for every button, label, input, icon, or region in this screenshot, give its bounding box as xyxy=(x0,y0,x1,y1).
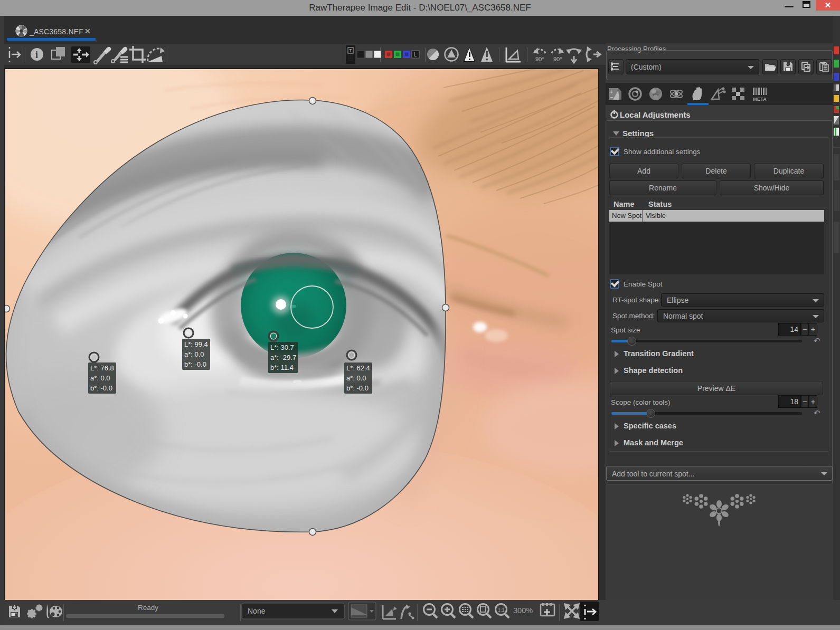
svg-text:90°: 90° xyxy=(535,56,544,62)
svg-text:L: L xyxy=(414,52,417,58)
svg-text:i: i xyxy=(35,50,38,60)
svg-text:None: None xyxy=(248,607,266,615)
svg-text:T: T xyxy=(349,48,352,53)
svg-text:300%: 300% xyxy=(513,606,533,615)
svg-text:90°: 90° xyxy=(553,56,562,62)
svg-text:META: META xyxy=(753,96,767,102)
svg-text:−: − xyxy=(610,94,614,100)
svg-text:Ready: Ready xyxy=(138,604,158,612)
svg-text:1:1: 1:1 xyxy=(498,607,505,613)
